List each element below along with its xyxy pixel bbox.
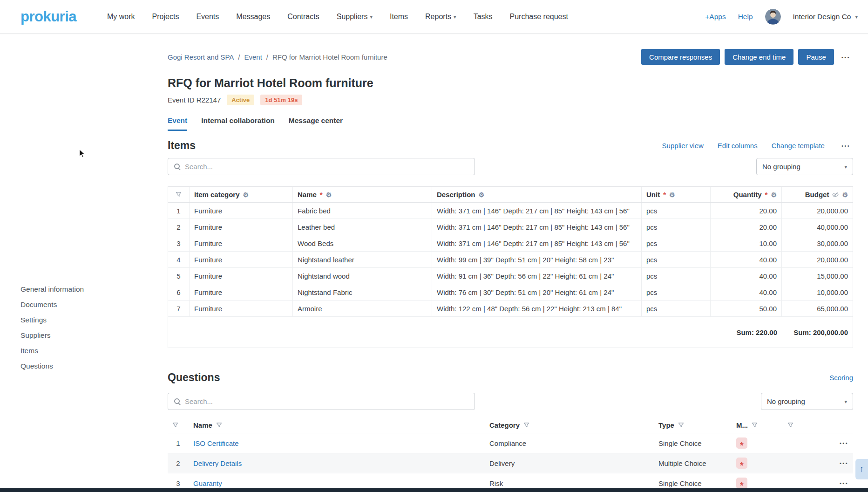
column-header-category[interactable]: Category — [485, 417, 654, 433]
account-menu[interactable]: Interior Design Co ▾ — [793, 13, 858, 21]
scroll-to-top-button[interactable]: ↑ — [855, 459, 868, 479]
breadcrumb-company[interactable]: Gogi Resort and SPA — [168, 53, 234, 61]
nav-item-items[interactable]: Items — [390, 13, 408, 21]
questions-section-header: Questions Scoring — [168, 370, 853, 384]
nav-item-purchase-request[interactable]: Purchase request — [510, 13, 568, 21]
column-header-name[interactable]: Name * ⚙ — [293, 187, 432, 202]
filter-funnel-icon[interactable] — [752, 422, 758, 428]
item-row[interactable]: 2 Furniture Leather bed Width: 371 cm | … — [168, 219, 853, 235]
sidebar-item-documents[interactable]: Documents — [20, 297, 84, 312]
gear-icon[interactable]: ⚙ — [326, 191, 332, 198]
nav-item-my-work[interactable]: My work — [107, 13, 135, 21]
pause-button[interactable]: Pause — [798, 49, 834, 65]
column-header-extra[interactable] — [783, 417, 820, 433]
item-quantity-cell: 10.00 — [711, 235, 782, 251]
question-link[interactable]: Delivery Details — [193, 459, 242, 467]
change-template-link[interactable]: Change template — [772, 142, 825, 150]
items-search-input[interactable] — [185, 163, 469, 171]
questions-toolbar: No grouping ▾ — [168, 393, 853, 410]
column-header-budget[interactable]: Budget ⚙ — [782, 187, 853, 202]
gear-icon[interactable]: ⚙ — [479, 191, 485, 198]
sidebar-item-items[interactable]: Items — [20, 343, 84, 358]
item-quantity-cell: 40.00 — [711, 284, 782, 300]
item-unit-cell: pcs — [642, 252, 711, 267]
questions-rows: 1 ISO Certificate Compliance Single Choi… — [168, 433, 853, 492]
column-header-mandatory[interactable]: M... — [732, 417, 783, 433]
questions-grouping-dropdown[interactable]: No grouping ▾ — [761, 393, 853, 410]
gear-icon[interactable]: ⚙ — [243, 191, 249, 198]
filter-funnel-icon[interactable] — [216, 422, 222, 428]
nav-item-events[interactable]: Events — [196, 13, 219, 21]
nav-item-reports[interactable]: Reports▾ — [425, 13, 456, 21]
more-actions-button[interactable]: ••• — [839, 52, 853, 62]
question-link[interactable]: ISO Certificate — [193, 439, 239, 447]
filter-column-header[interactable] — [168, 187, 190, 202]
filter-funnel-icon[interactable] — [523, 422, 529, 428]
row-more-button[interactable]: ••• — [840, 480, 848, 486]
tab-internal-collaboration[interactable]: Internal collaboration — [201, 116, 275, 131]
sidebar-item-general-information[interactable]: General information — [20, 281, 84, 297]
column-header-description[interactable]: Description ⚙ — [432, 187, 642, 202]
tab-message-center[interactable]: Message center — [289, 116, 343, 131]
change-end-time-button[interactable]: Change end time — [725, 49, 793, 65]
sidebar-item-suppliers[interactable]: Suppliers — [20, 328, 84, 343]
filter-column-header[interactable] — [168, 417, 189, 433]
item-description-cell: Width: 91 cm | 36" Depth: 56 cm | 22" He… — [432, 268, 642, 284]
question-row[interactable]: 1 ISO Certificate Compliance Single Choi… — [168, 433, 853, 453]
item-row[interactable]: 4 Furniture Nightstand leather Width: 99… — [168, 252, 853, 268]
column-header-type[interactable]: Type — [654, 417, 732, 433]
help-link[interactable]: Help — [738, 13, 753, 21]
row-number: 1 — [168, 433, 189, 453]
chevron-down-icon: ▾ — [844, 399, 847, 405]
edit-columns-link[interactable]: Edit columns — [718, 142, 758, 150]
column-header-item-category[interactable]: Item category ⚙ — [190, 187, 293, 202]
question-type-cell: Multiple Choice — [654, 453, 732, 473]
item-row[interactable]: 5 Furniture Nightstand wood Width: 91 cm… — [168, 268, 853, 284]
breadcrumb-event[interactable]: Event — [244, 53, 262, 61]
required-asterisk: * — [663, 191, 666, 198]
avatar[interactable] — [765, 9, 781, 25]
items-more-button[interactable]: ••• — [839, 140, 853, 151]
nav-item-messages[interactable]: Messages — [236, 13, 270, 21]
item-unit-cell: pcs — [642, 284, 711, 300]
questions-table: Name Category Type M... 1 ISO Certificat… — [168, 417, 853, 492]
question-link[interactable]: Guaranty — [193, 479, 222, 487]
item-row[interactable]: 6 Furniture Nightstand Fabric Width: 76 … — [168, 284, 853, 301]
item-row[interactable]: 7 Furniture Armoire Width: 122 cm | 48" … — [168, 301, 853, 317]
items-grouping-dropdown[interactable]: No grouping ▾ — [756, 158, 853, 175]
gear-icon[interactable]: ⚙ — [669, 191, 675, 198]
items-table-header: Item category ⚙ Name * ⚙ Description ⚙ U… — [168, 187, 853, 203]
nav-item-tasks[interactable]: Tasks — [474, 13, 493, 21]
item-row[interactable]: 1 Furniture Fabric bed Width: 371 cm | 1… — [168, 203, 853, 219]
column-header-quantity[interactable]: Quantity * ⚙ — [711, 187, 782, 202]
questions-search-input[interactable] — [185, 397, 469, 405]
row-more-button[interactable]: ••• — [840, 440, 848, 446]
nav-right: +Apps Help Interior Design Co ▾ — [705, 9, 858, 25]
gear-icon[interactable]: ⚙ — [771, 191, 777, 198]
nav-item-contracts[interactable]: Contracts — [287, 13, 319, 21]
scoring-link[interactable]: Scoring — [829, 374, 853, 382]
question-row[interactable]: 2 Delivery Details Delivery Multiple Cho… — [168, 453, 853, 473]
item-row[interactable]: 3 Furniture Wood Beds Width: 371 cm | 14… — [168, 235, 853, 252]
column-header-unit[interactable]: Unit * ⚙ — [642, 187, 711, 202]
mandatory-badge: * — [736, 478, 747, 489]
item-unit-cell: pcs — [642, 203, 711, 219]
row-number: 4 — [168, 252, 190, 267]
gear-icon[interactable]: ⚙ — [842, 191, 848, 198]
column-header-question-name[interactable]: Name — [189, 417, 485, 433]
sidebar-item-settings[interactable]: Settings — [20, 312, 84, 328]
nav-item-suppliers[interactable]: Suppliers▾ — [337, 13, 373, 21]
apps-link[interactable]: +Apps — [705, 13, 726, 21]
supplier-view-link[interactable]: Supplier view — [662, 142, 704, 150]
row-number: 3 — [168, 235, 190, 251]
row-more-button[interactable]: ••• — [840, 460, 848, 466]
tab-event[interactable]: Event — [168, 116, 187, 131]
nav-item-projects[interactable]: Projects — [152, 13, 179, 21]
grouping-value: No grouping — [767, 397, 805, 405]
brand-logo[interactable]: prokuria — [20, 8, 76, 25]
item-budget-cell: 40,000.00 — [782, 219, 853, 235]
compare-responses-button[interactable]: Compare responses — [641, 49, 720, 65]
filter-funnel-icon[interactable] — [678, 422, 684, 428]
breadcrumb-separator: / — [238, 53, 240, 61]
sidebar-item-questions[interactable]: Questions — [20, 358, 84, 374]
